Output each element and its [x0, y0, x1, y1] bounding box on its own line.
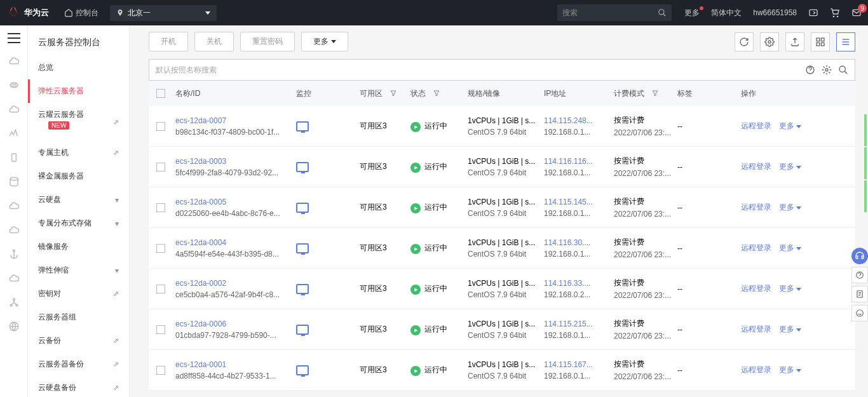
feedback-icon[interactable] — [851, 305, 868, 321]
rail-cloud2-icon[interactable] — [8, 224, 20, 236]
row-checkbox[interactable] — [156, 285, 165, 293]
col-spec[interactable]: 规格/镜像 — [468, 88, 544, 99]
rail-cloud-icon[interactable] — [8, 55, 20, 67]
monitor-icon[interactable] — [296, 162, 309, 172]
user-menu[interactable]: hw66651958 — [753, 8, 797, 17]
select-all-checkbox[interactable] — [156, 89, 165, 98]
sidebar-item[interactable]: 云耀云服务器NEW⇗ — [28, 103, 129, 141]
col-monitor[interactable]: 监控 — [296, 88, 360, 99]
col-billing[interactable]: 计费模式 — [614, 88, 677, 99]
refresh-button[interactable] — [735, 32, 754, 51]
row-checkbox[interactable] — [156, 244, 165, 253]
rail-phone-icon[interactable] — [8, 151, 20, 164]
public-ip-link[interactable]: 114.116.30.... — [544, 238, 614, 247]
instance-name-link[interactable]: ecs-12da-0003 — [175, 157, 296, 166]
search-icon[interactable] — [658, 8, 667, 17]
public-ip-link[interactable]: 114.115.248... — [544, 116, 614, 125]
row-more-link[interactable]: 更多 — [779, 365, 801, 375]
col-zone[interactable]: 可用区 — [360, 88, 410, 99]
instance-name-link[interactable]: ecs-12da-0007 — [175, 116, 296, 125]
sidebar-item[interactable]: 密钥对⇗ — [28, 282, 129, 306]
public-ip-link[interactable]: 114.115.215... — [544, 320, 614, 328]
sidebar-item[interactable]: 专属主机⇗ — [28, 141, 129, 165]
monitor-icon[interactable] — [296, 365, 309, 375]
public-ip-link[interactable]: 114.115.145... — [544, 198, 614, 206]
instance-name-link[interactable]: ecs-12da-0002 — [175, 279, 296, 288]
global-search[interactable] — [557, 4, 672, 21]
list-view-button[interactable] — [836, 32, 855, 51]
settings-button[interactable] — [760, 32, 779, 51]
col-tag[interactable]: 标签 — [677, 88, 741, 99]
row-more-link[interactable]: 更多 — [779, 121, 801, 131]
more-actions-button[interactable]: 更多 — [301, 32, 348, 51]
sidebar-item[interactable]: 云硬盘▾ — [28, 188, 129, 212]
instance-name-link[interactable]: ecs-12da-0006 — [175, 320, 296, 328]
monitor-icon[interactable] — [296, 325, 309, 335]
remote-login-link[interactable]: 远程登录 — [741, 202, 771, 213]
rail-download-icon[interactable] — [8, 199, 20, 212]
remote-login-link[interactable]: 远程登录 — [741, 243, 771, 253]
search-action-icon[interactable] — [838, 65, 848, 75]
instance-name-link[interactable]: ecs-12da-0001 — [175, 360, 296, 369]
row-checkbox[interactable] — [156, 122, 165, 131]
rail-monitor-icon[interactable] — [8, 127, 20, 140]
rail-storage-icon[interactable] — [8, 175, 20, 188]
col-status[interactable]: 状态 — [410, 88, 468, 99]
console-share-icon[interactable] — [808, 8, 818, 18]
rail-globe-icon[interactable] — [8, 320, 20, 333]
col-action[interactable]: 操作 — [741, 88, 848, 99]
col-ip[interactable]: IP地址 — [544, 88, 614, 99]
brand-logo[interactable]: 华为云 — [6, 6, 57, 20]
row-more-link[interactable]: 更多 — [779, 161, 801, 172]
monitor-icon[interactable] — [296, 203, 309, 213]
row-checkbox[interactable] — [156, 325, 165, 334]
row-more-link[interactable]: 更多 — [779, 202, 801, 213]
row-more-link[interactable]: 更多 — [779, 243, 801, 253]
console-link[interactable]: 控制台 — [57, 8, 106, 18]
sidebar-item[interactable]: 云备份⇗ — [28, 329, 129, 353]
rail-db-icon[interactable] — [8, 272, 20, 285]
rail-server-icon[interactable] — [8, 103, 20, 116]
row-more-link[interactable]: 更多 — [779, 324, 801, 335]
row-checkbox[interactable] — [156, 203, 165, 212]
remote-login-link[interactable]: 远程登录 — [741, 324, 771, 335]
global-search-input[interactable] — [562, 8, 658, 17]
rail-ecs-icon[interactable] — [8, 79, 20, 91]
public-ip-link[interactable]: 114.116.33.... — [544, 279, 614, 288]
export-button[interactable] — [785, 32, 804, 51]
remote-login-link[interactable]: 远程登录 — [741, 283, 771, 294]
remote-login-link[interactable]: 远程登录 — [741, 121, 771, 131]
sidebar-item[interactable]: 弹性云服务器 — [28, 79, 129, 103]
remote-login-link[interactable]: 远程登录 — [741, 365, 771, 375]
sidebar-item[interactable]: 云硬盘备份⇗ — [28, 376, 129, 397]
sidebar-item[interactable]: 云服务器备份⇗ — [28, 353, 129, 376]
monitor-icon[interactable] — [296, 243, 309, 253]
region-selector[interactable]: 北京一 — [110, 5, 217, 21]
row-checkbox[interactable] — [156, 163, 165, 172]
column-settings-icon[interactable] — [822, 65, 832, 75]
monitor-icon[interactable] — [296, 121, 309, 131]
sidebar-item[interactable]: 专属分布式存储▾ — [28, 212, 129, 235]
rail-network-icon[interactable] — [8, 296, 20, 309]
reset-password-button[interactable]: 重置密码 — [240, 32, 295, 51]
remote-login-link[interactable]: 远程登录 — [741, 161, 771, 172]
language-selector[interactable]: 简体中文 — [711, 8, 742, 18]
monitor-icon[interactable] — [296, 284, 309, 294]
mail-icon[interactable]: 9 — [851, 8, 862, 18]
doc-icon[interactable] — [851, 286, 868, 302]
more-link[interactable]: 更多 — [684, 8, 700, 18]
public-ip-link[interactable]: 114.115.167... — [544, 360, 614, 369]
start-button[interactable]: 开机 — [149, 32, 188, 51]
sidebar-item[interactable]: 弹性伸缩▾ — [28, 259, 129, 282]
rail-anchor-icon[interactable] — [8, 248, 20, 260]
sidebar-item[interactable]: 裸金属服务器 — [28, 165, 129, 188]
sidebar-item[interactable]: 镜像服务 — [28, 235, 129, 259]
instance-name-link[interactable]: ecs-12da-0005 — [175, 198, 296, 206]
public-ip-link[interactable]: 114.116.116... — [544, 157, 614, 166]
stop-button[interactable]: 关机 — [194, 32, 234, 51]
help-icon[interactable] — [805, 65, 815, 75]
menu-toggle-icon[interactable] — [8, 33, 20, 43]
sidebar-item[interactable]: 云服务器组 — [28, 306, 129, 329]
support-icon[interactable] — [851, 248, 868, 264]
col-name[interactable]: 名称/ID — [175, 88, 296, 99]
